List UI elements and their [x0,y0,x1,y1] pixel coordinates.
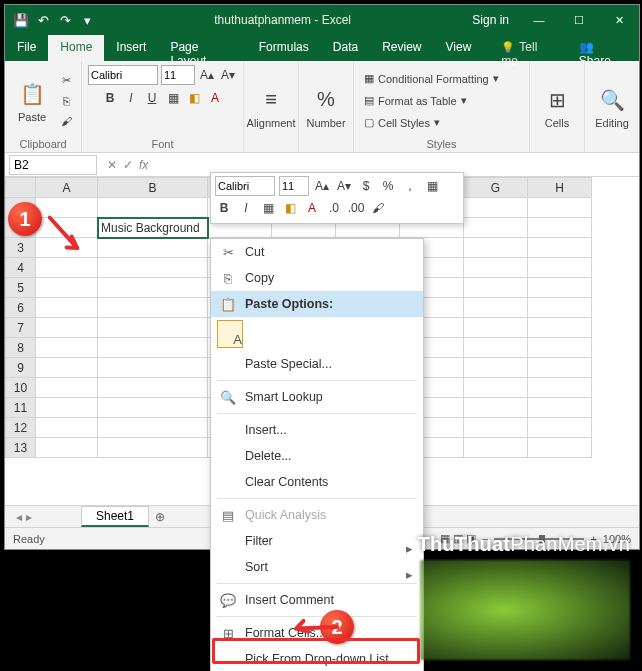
enter-icon[interactable]: ✓ [123,158,133,172]
select-all[interactable] [6,178,36,198]
row-header[interactable]: 4 [6,258,36,278]
cell[interactable] [464,218,528,238]
ctx-smart-lookup[interactable]: 🔍Smart Lookup [211,384,423,410]
tab-review[interactable]: Review [370,35,433,61]
cell[interactable] [98,358,208,378]
undo-icon[interactable]: ↶ [33,10,53,30]
name-box[interactable]: B2 [9,155,97,175]
mini-comma-icon[interactable]: , [401,177,419,195]
row-header[interactable]: 3 [6,238,36,258]
tab-file[interactable]: File [5,35,48,61]
mini-merge-icon[interactable]: ▦ [423,177,441,195]
alignment-button[interactable]: ≡ Alignment [250,85,292,129]
row-header[interactable]: 8 [6,338,36,358]
mini-border-icon[interactable]: ▦ [259,199,277,217]
cell[interactable] [98,238,208,258]
row-header[interactable]: 5 [6,278,36,298]
share-button[interactable]: 👥 Share [567,35,639,61]
cell[interactable] [36,298,98,318]
cell[interactable]: Music Background [98,218,208,238]
cell[interactable] [98,438,208,458]
redo-icon[interactable]: ↷ [55,10,75,30]
cell[interactable] [36,258,98,278]
mini-grow-font-icon[interactable]: A▴ [313,177,331,195]
row-header[interactable]: 7 [6,318,36,338]
copy-icon[interactable]: ⎘ [57,92,75,110]
mini-font-name[interactable] [215,176,275,196]
tab-view[interactable]: View [434,35,484,61]
ctx-sort[interactable]: Sort [211,554,423,580]
grow-font-icon[interactable]: A▴ [198,66,216,84]
sheet-tab[interactable]: Sheet1 [81,506,149,527]
cell[interactable] [98,378,208,398]
cell[interactable] [528,318,592,338]
cell[interactable] [528,338,592,358]
ctx-filter[interactable]: Filter [211,528,423,554]
font-name-select[interactable] [88,65,158,85]
maximize-button[interactable]: ☐ [559,5,599,35]
mini-italic-button[interactable]: I [237,199,255,217]
mini-currency-icon[interactable]: $ [357,177,375,195]
format-as-table-button[interactable]: ▤ Format as Table ▾ [360,91,520,111]
tell-me[interactable]: Tell me [489,35,567,61]
cell[interactable] [36,278,98,298]
cell[interactable] [464,318,528,338]
tab-page-layout[interactable]: Page Layout [158,35,246,61]
fill-color-icon[interactable]: ◧ [185,89,203,107]
tab-home[interactable]: Home [48,35,104,61]
cell[interactable] [98,258,208,278]
bold-button[interactable]: B [101,89,119,107]
cell[interactable] [528,238,592,258]
mini-font-size[interactable] [279,176,309,196]
cut-icon[interactable]: ✂ [57,72,75,90]
mini-bold-button[interactable]: B [215,199,233,217]
shrink-font-icon[interactable]: A▾ [219,66,237,84]
cell[interactable] [528,398,592,418]
mini-fill-color-icon[interactable]: ◧ [281,199,299,217]
row-header[interactable]: 12 [6,418,36,438]
ctx-cut[interactable]: ✂Cut [211,239,423,265]
cell[interactable] [464,338,528,358]
cell[interactable] [98,418,208,438]
cancel-icon[interactable]: ✕ [107,158,117,172]
cell[interactable] [528,198,592,218]
ctx-paste-default[interactable]: A [211,317,423,351]
underline-button[interactable]: U [143,89,161,107]
cell[interactable] [464,358,528,378]
cell[interactable] [464,238,528,258]
ctx-paste-options[interactable]: 📋Paste Options: [211,291,423,317]
cell-styles-button[interactable]: ▢ Cell Styles ▾ [360,113,520,133]
minimize-button[interactable]: — [519,5,559,35]
cell[interactable] [464,378,528,398]
ctx-insert[interactable]: Insert... [211,417,423,443]
cell[interactable] [528,358,592,378]
row-header[interactable]: 11 [6,398,36,418]
cell[interactable] [464,418,528,438]
row-header[interactable]: 10 [6,378,36,398]
fx-icon[interactable]: fx [139,158,148,172]
cell[interactable] [98,198,208,218]
mini-percent-icon[interactable]: % [379,177,397,195]
cell[interactable] [464,258,528,278]
row-header[interactable]: 9 [6,358,36,378]
cell[interactable] [528,418,592,438]
ctx-delete[interactable]: Delete... [211,443,423,469]
tab-insert[interactable]: Insert [104,35,158,61]
cell[interactable] [36,338,98,358]
cell[interactable] [528,378,592,398]
ctx-paste-special[interactable]: Paste Special... [211,351,423,377]
cell[interactable] [464,278,528,298]
mini-increase-decimal-icon[interactable]: .00 [347,199,365,217]
italic-button[interactable]: I [122,89,140,107]
row-header[interactable]: 13 [6,438,36,458]
border-icon[interactable]: ▦ [164,89,182,107]
ctx-clear-contents[interactable]: Clear Contents [211,469,423,495]
col-header[interactable]: A [36,178,98,198]
add-sheet-button[interactable]: ⊕ [149,510,171,524]
conditional-formatting-button[interactable]: ▦ Conditional Formatting ▾ [360,69,520,89]
cell[interactable] [98,298,208,318]
format-painter-icon[interactable]: 🖌 [57,112,75,130]
editing-button[interactable]: 🔍Editing [591,85,633,129]
customize-qat-icon[interactable]: ▾ [77,10,97,30]
cells-button[interactable]: ⊞Cells [536,85,578,129]
